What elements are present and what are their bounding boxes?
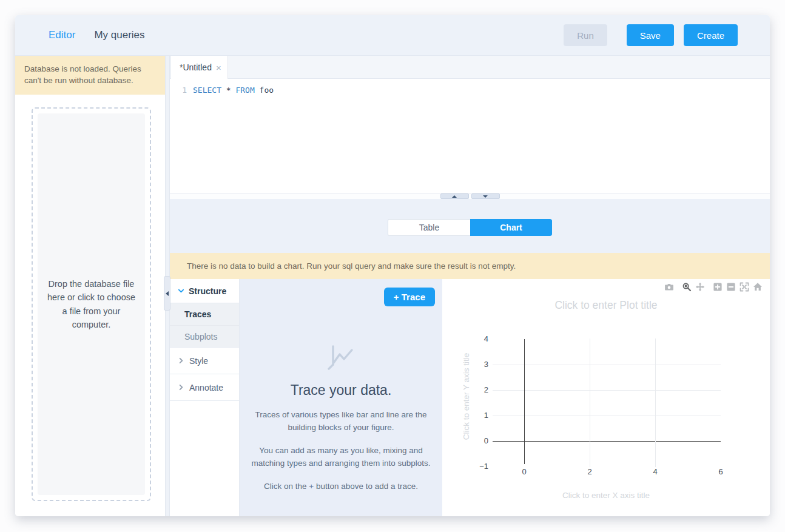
nav-style[interactable]: Style <box>170 348 239 374</box>
add-trace-button[interactable]: + Trace <box>384 288 435 306</box>
expand-results-button[interactable] <box>471 194 500 199</box>
trace-panel: + Trace Trace your data. Traces of vario… <box>240 279 442 516</box>
sql-code: SELECT * FROM foo <box>193 85 274 96</box>
chevron-down-icon <box>178 288 184 294</box>
nav-subplots[interactable]: Subplots <box>170 326 239 348</box>
arrow-up-icon <box>452 195 457 198</box>
nav-style-label: Style <box>189 356 208 366</box>
zoom-out-icon[interactable] <box>724 281 738 293</box>
x-axis-title-placeholder[interactable]: Click to enter X axis title <box>442 491 770 500</box>
trace-panel-paragraph: Click on the + button above to add a tra… <box>248 480 434 493</box>
navbar: Editor My queries Run Save Create <box>15 15 770 56</box>
nav-annotate[interactable]: Annotate <box>170 374 239 401</box>
arrow-down-icon <box>483 195 488 198</box>
zoom-icon[interactable] <box>680 281 693 293</box>
save-button[interactable]: Save <box>627 24 674 46</box>
chart-editor-nav: Structure Traces Subplots Style Annotate <box>170 279 240 516</box>
tab-untitled[interactable]: *Untitled × <box>170 56 228 79</box>
trace-panel-paragraph: You can add as many as you like, mixing … <box>248 445 434 470</box>
x-tick-label: 0 <box>522 467 526 476</box>
y-axis-title-placeholder[interactable]: Click to enter Y axis title <box>462 324 471 470</box>
x-tick-label: 4 <box>653 467 657 476</box>
x-tick-label: 6 <box>718 467 723 476</box>
expand-editor-button[interactable] <box>440 194 469 199</box>
database-dropzone[interactable]: Drop the database file here or click to … <box>32 107 151 501</box>
autoscale-icon[interactable] <box>738 281 751 293</box>
run-button[interactable]: Run <box>564 24 607 46</box>
y-tick-label: 4 <box>467 334 488 343</box>
x-tick-label: 2 <box>587 467 591 476</box>
create-button[interactable]: Create <box>684 24 738 46</box>
tab-close-icon[interactable]: × <box>216 62 221 73</box>
nav-my-queries-link[interactable]: My queries <box>94 29 144 41</box>
database-warning: Database is not loaded. Queries can't be… <box>15 56 165 95</box>
plot-title-placeholder[interactable]: Click to enter Plot title <box>442 299 770 312</box>
plot-preview: Click to enter Plot title Click to enter… <box>442 279 770 516</box>
trace-panel-heading: Trace your data. <box>240 382 442 399</box>
trace-panel-paragraph: Traces of various types like bar and lin… <box>248 409 434 434</box>
pan-icon[interactable] <box>693 281 707 293</box>
dropzone-label: Drop the database file here or click to … <box>38 113 145 495</box>
view-toggle: Table Chart <box>388 219 552 236</box>
query-tabbar: *Untitled × <box>170 56 770 79</box>
sql-editor[interactable]: 1 SELECT * FROM foo <box>170 79 770 193</box>
nav-traces[interactable]: Traces <box>170 303 239 326</box>
database-sidebar: Database is not loaded. Queries can't be… <box>15 56 165 516</box>
plot-modebar <box>662 281 764 293</box>
line-number: 1 <box>170 85 193 96</box>
zoom-in-icon[interactable] <box>711 281 724 293</box>
nav-annotate-label: Annotate <box>189 383 223 392</box>
y-tick-label: 2 <box>467 385 488 394</box>
nav-editor-link[interactable]: Editor <box>49 29 75 41</box>
tab-label: *Untitled <box>180 62 212 72</box>
chart-view-button[interactable]: Chart <box>470 219 552 236</box>
plot-drag-region[interactable] <box>493 338 721 467</box>
results-toolbar: Table Chart <box>170 199 770 253</box>
reset-axes-home-icon[interactable] <box>751 281 764 293</box>
y-tick-label: 0 <box>467 436 488 445</box>
sidebar-collapse-handle[interactable] <box>164 276 170 311</box>
main-panel: *Untitled × 1 SELECT * FROM foo Tab <box>170 56 770 516</box>
y-tick-label: 3 <box>467 360 488 369</box>
no-data-warning: There is no data to build a chart. Run y… <box>170 253 770 279</box>
sql-code-line: 1 SELECT * FROM foo <box>170 79 770 96</box>
camera-icon[interactable] <box>662 281 676 293</box>
table-view-button[interactable]: Table <box>388 219 470 236</box>
chevron-right-icon <box>178 357 184 364</box>
y-tick-label: 1 <box>467 411 488 420</box>
line-chart-icon <box>240 345 442 372</box>
nav-structure[interactable]: Structure <box>170 279 239 303</box>
nav-structure-label: Structure <box>189 286 226 296</box>
editor-results-splitter[interactable] <box>170 193 770 199</box>
collapse-left-icon <box>166 291 169 296</box>
app-window: Editor My queries Run Save Create Databa… <box>15 15 770 516</box>
y-tick-label: −1 <box>467 462 488 471</box>
chevron-right-icon <box>178 384 184 391</box>
